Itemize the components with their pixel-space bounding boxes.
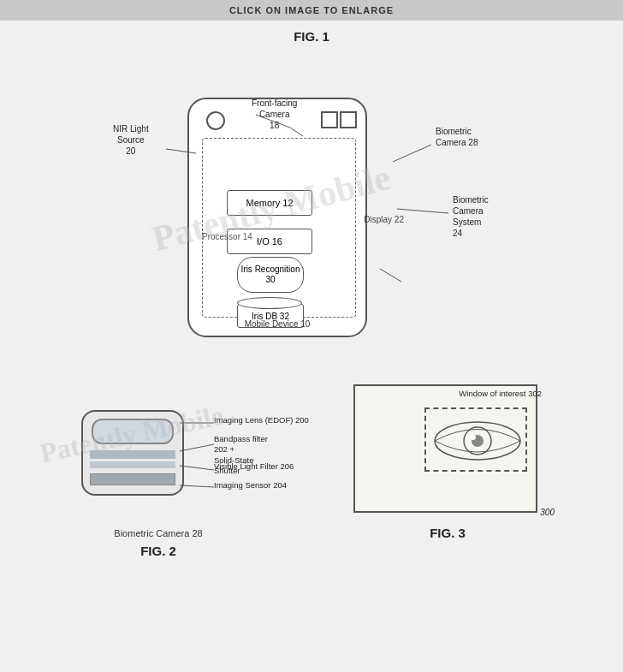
biometric-camera-system-annotation: BiometricCameraSystem24 xyxy=(453,194,489,239)
svg-line-7 xyxy=(180,444,214,451)
fig1-diagram: Patently Mobile Memory 12 I/O 16 xyxy=(46,51,577,367)
ref300-label: 300 xyxy=(540,508,555,517)
svg-point-13 xyxy=(471,435,476,440)
fig1-section: FIG. 1 Patently Mobile Memory 12 xyxy=(17,29,606,367)
fig1-title: FIG. 1 xyxy=(294,29,329,44)
phone-inner-dashed: Memory 12 I/O 16 Iris Recognition30 Iris… xyxy=(202,138,356,318)
fig2-camera-label: Biometric Camera 28 xyxy=(114,528,202,538)
front-camera-circle xyxy=(206,111,225,130)
top-bar-label: CLICK ON IMAGE TO ENLARGE xyxy=(229,5,394,15)
camera-body xyxy=(81,410,184,496)
svg-line-5 xyxy=(380,269,401,282)
camera-diagram: Patently Mobile xyxy=(47,384,270,521)
nir-light-annotation: NIR LightSource20 xyxy=(113,123,149,157)
eye-diagram: Window of interest 302 300 xyxy=(353,384,542,517)
visible-light-annotation: Visible Light Filter 206 xyxy=(214,461,294,472)
eye-svg xyxy=(430,413,525,469)
eye-outer-box xyxy=(353,384,537,513)
svg-line-4 xyxy=(397,209,448,213)
window-of-interest xyxy=(424,407,527,472)
window-of-interest-label: Window of interest 302 xyxy=(459,389,542,398)
fig2-title: FIG. 2 xyxy=(140,544,176,558)
imaging-sensor-annotation: Imaging Sensor 204 xyxy=(214,480,287,491)
top-bar[interactable]: CLICK ON IMAGE TO ENLARGE xyxy=(0,0,623,21)
fig3-title: FIG. 3 xyxy=(430,526,466,540)
visible-filter-layer xyxy=(90,461,175,468)
memory-box: Memory 12 xyxy=(227,190,312,216)
fig2-section: Patently Mobile xyxy=(26,384,291,565)
phone-outline: Memory 12 I/O 16 Iris Recognition30 Iris… xyxy=(187,98,367,337)
svg-line-9 xyxy=(180,485,214,487)
iris-recognition-box: Iris Recognition30 xyxy=(237,257,304,293)
lens-layer xyxy=(92,419,174,444)
main-content: FIG. 1 Patently Mobile Memory 12 xyxy=(0,21,623,574)
svg-line-3 xyxy=(393,145,431,162)
biometric-camera-annotation: BiometricCamera 28 xyxy=(436,126,478,148)
biometric-cam-square2 xyxy=(340,111,357,128)
sensor-layer xyxy=(90,473,175,485)
imaging-lens-annotation: Imaging Lens (EDOF) 200 xyxy=(214,415,309,425)
biometric-cam-square1 xyxy=(321,111,338,128)
fig3-section: Window of interest 302 300 FIG. 3 xyxy=(298,384,597,547)
front-camera-annotation: Front-facingCamera18 xyxy=(252,98,297,131)
processor-label: Processor 14 xyxy=(202,232,252,241)
bandpass-layer xyxy=(90,450,175,459)
mobile-device-label: Mobile Device 10 xyxy=(245,319,311,329)
display-label: Display 22 xyxy=(364,215,404,224)
fig2-fig3-row: Patently Mobile xyxy=(17,384,606,565)
svg-line-8 xyxy=(180,466,214,470)
